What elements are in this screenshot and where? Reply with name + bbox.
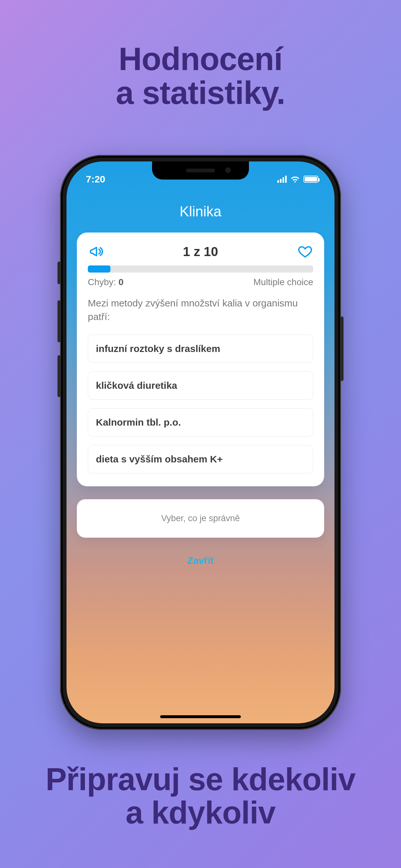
status-time: 7:20 <box>86 174 105 185</box>
errors-count: 0 <box>119 277 124 287</box>
marketing-heading-top: Hodnocení a statistiky. <box>0 42 401 110</box>
card-header: 1 z 10 <box>88 244 313 259</box>
phone-side-button <box>58 355 61 397</box>
heading-line: Připravuj se kdekoliv <box>0 763 401 796</box>
heart-icon <box>298 244 312 259</box>
heading-line: a kdykoliv <box>0 796 401 829</box>
errors-label: Chyby: 0 <box>88 277 124 287</box>
megaphone-icon <box>89 244 103 259</box>
answer-option[interactable]: kličková diuretika <box>88 371 313 400</box>
home-indicator <box>160 715 241 718</box>
phone-side-button <box>58 300 61 342</box>
question-counter: 1 z 10 <box>183 244 218 259</box>
status-indicators <box>277 176 318 183</box>
answer-option[interactable]: Kalnormin tbl. p.o. <box>88 408 313 437</box>
cellular-icon <box>277 176 287 183</box>
progress-bar <box>88 266 313 273</box>
progress-fill <box>88 266 111 273</box>
phone-side-button <box>58 261 61 284</box>
prompt-card: Vyber, co je správně <box>77 499 324 538</box>
answer-option[interactable]: dieta s vyšším obsahem K+ <box>88 445 313 473</box>
wifi-icon <box>290 176 300 183</box>
phone-side-button <box>340 316 343 381</box>
question-card: 1 z 10 Chyby: 0 Multiple choice <box>77 232 324 486</box>
screen-content: Klinika 1 z 10 <box>66 161 335 723</box>
question-text: Mezi metody zvýšení množství kalia v org… <box>88 297 313 323</box>
phone-frame: 7:20 Klinika <box>60 155 341 730</box>
favorite-button[interactable] <box>297 244 313 259</box>
battery-icon <box>304 176 318 183</box>
phone-notch <box>152 161 249 180</box>
page-title: Klinika <box>66 204 335 220</box>
close-button[interactable]: Zavřít <box>66 555 335 566</box>
heading-line: a statistiky. <box>0 76 401 110</box>
sub-info-row: Chyby: 0 Multiple choice <box>88 277 313 287</box>
prompt-text: Vyber, co je správně <box>161 514 240 523</box>
heading-line: Hodnocení <box>0 42 401 76</box>
phone-screen: 7:20 Klinika <box>66 161 335 723</box>
report-button[interactable] <box>88 244 104 259</box>
errors-label-text: Chyby: <box>88 277 116 287</box>
answer-option[interactable]: infuzní roztoky s draslíkem <box>88 335 313 363</box>
marketing-heading-bottom: Připravuj se kdekoliv a kdykoliv <box>0 763 401 829</box>
mode-label: Multiple choice <box>253 277 313 287</box>
